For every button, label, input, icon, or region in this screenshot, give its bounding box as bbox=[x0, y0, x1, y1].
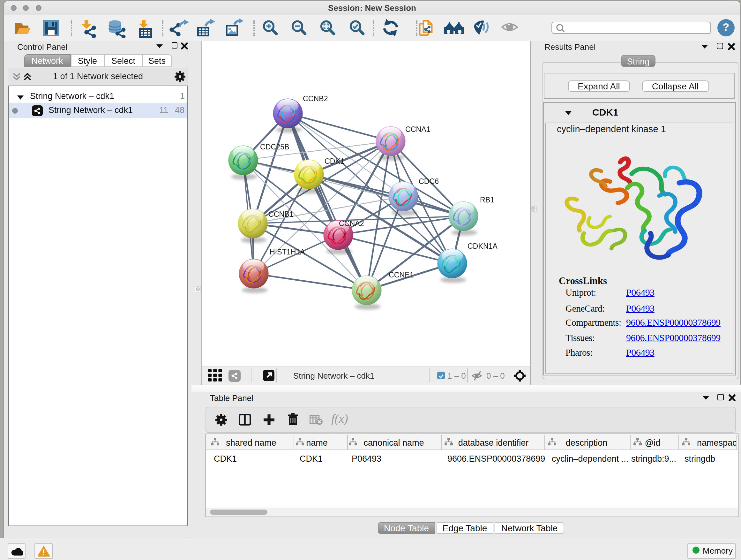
svg-text:CCNA1: CCNA1 bbox=[405, 125, 430, 133]
svg-text:CCNB1: CCNB1 bbox=[268, 210, 293, 218]
svg-text:CDKN1A: CDKN1A bbox=[468, 242, 498, 250]
svg-text:CDC25B: CDC25B bbox=[260, 142, 289, 151]
svg-text:CDK1: CDK1 bbox=[325, 157, 344, 165]
svg-text:CCNE1: CCNE1 bbox=[389, 270, 414, 279]
svg-text:CCNA2: CCNA2 bbox=[339, 219, 364, 227]
svg-text:CDC6: CDC6 bbox=[419, 177, 439, 185]
svg-text:HIST1H1A: HIST1H1A bbox=[270, 247, 305, 256]
svg-text:CCNB2: CCNB2 bbox=[303, 94, 328, 103]
svg-text:RB1: RB1 bbox=[480, 195, 494, 204]
